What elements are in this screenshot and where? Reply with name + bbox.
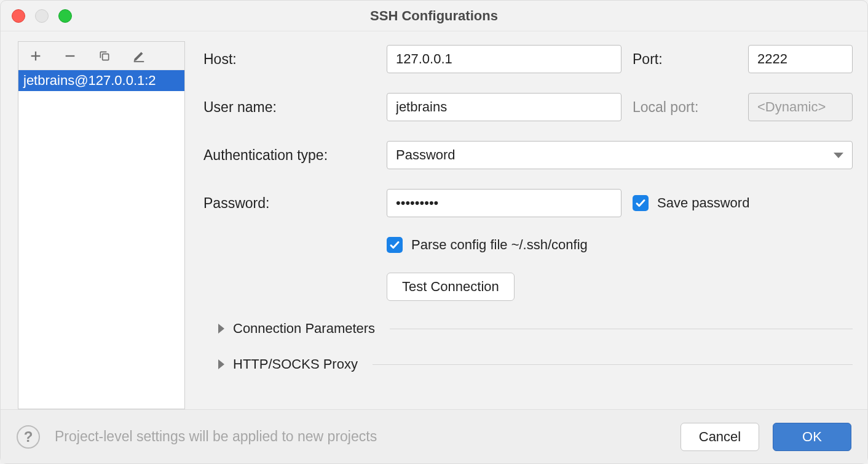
host-label: Host: <box>203 51 376 68</box>
host-input[interactable] <box>387 45 621 73</box>
window-title: SSH Configurations <box>1 8 867 24</box>
chevron-right-icon <box>218 359 224 369</box>
checkbox-checked-icon <box>633 195 649 211</box>
username-input[interactable] <box>387 93 621 121</box>
footer-hint: Project-level settings will be applied t… <box>55 428 377 445</box>
minimize-icon[interactable] <box>35 9 49 23</box>
proxy-label: HTTP/SOCKS Proxy <box>233 356 358 372</box>
divider <box>390 329 853 329</box>
port-label: Port: <box>633 51 737 68</box>
copy-icon[interactable] <box>96 47 113 65</box>
parse-config-label: Parse config file ~/.ssh/config <box>411 237 588 253</box>
local-port-input <box>748 93 853 121</box>
content-area: jetbrains@127.0.0.1:2 Host: Port: User n… <box>1 31 867 409</box>
add-icon[interactable] <box>27 47 44 65</box>
test-connection-button[interactable]: Test Connection <box>387 273 515 301</box>
edit-icon[interactable] <box>130 47 148 65</box>
password-label: Password: <box>203 195 376 212</box>
password-input[interactable] <box>387 189 621 217</box>
config-sidebar: jetbrains@127.0.0.1:2 <box>18 41 185 409</box>
close-icon[interactable] <box>12 9 25 23</box>
cancel-button[interactable]: Cancel <box>681 423 759 451</box>
chevron-right-icon <box>218 324 224 334</box>
save-password-checkbox[interactable]: Save password <box>633 189 853 217</box>
svg-rect-4 <box>134 61 144 62</box>
help-icon[interactable]: ? <box>17 425 40 449</box>
config-item[interactable]: jetbrains@127.0.0.1:2 <box>18 70 184 91</box>
port-input[interactable] <box>748 45 853 73</box>
parse-config-checkbox[interactable]: Parse config file ~/.ssh/config <box>387 237 853 253</box>
dialog-footer: ? Project-level settings will be applied… <box>1 409 867 463</box>
divider <box>373 364 853 365</box>
svg-rect-3 <box>103 54 109 60</box>
username-label: User name: <box>203 99 376 116</box>
window-controls <box>12 9 72 23</box>
proxy-section[interactable]: HTTP/SOCKS Proxy <box>203 356 853 372</box>
zoom-icon[interactable] <box>58 9 72 23</box>
auth-type-value: Password <box>396 147 456 163</box>
sidebar-toolbar <box>18 42 184 70</box>
titlebar: SSH Configurations <box>1 1 867 31</box>
save-password-label: Save password <box>657 195 749 211</box>
checkbox-checked-icon <box>387 237 403 253</box>
remove-icon[interactable] <box>61 47 79 65</box>
ssh-configurations-window: SSH Configurations jetbrains@127.0.0.1:2 <box>0 0 868 464</box>
local-port-label: Local port: <box>633 99 737 116</box>
ok-button[interactable]: OK <box>773 423 851 451</box>
connection-parameters-label: Connection Parameters <box>233 321 375 337</box>
auth-type-label: Authentication type: <box>203 147 376 164</box>
chevron-down-icon <box>834 153 843 158</box>
config-form: Host: Port: User name: Local port: Authe… <box>185 39 853 409</box>
connection-parameters-section[interactable]: Connection Parameters <box>203 321 853 337</box>
config-list: jetbrains@127.0.0.1:2 <box>18 70 184 409</box>
auth-type-select[interactable]: Password <box>387 141 853 169</box>
